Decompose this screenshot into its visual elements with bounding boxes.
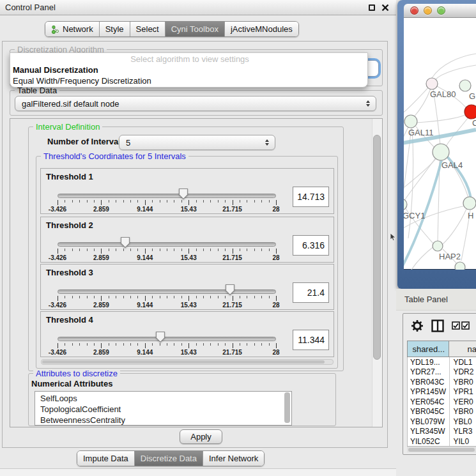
checkbox-icon[interactable] [461, 321, 470, 330]
tick-mark [109, 200, 109, 203]
network-canvas[interactable]: GAL80GCGAL11GAL4GCY1HHAP2 [404, 18, 476, 270]
network-node-h[interactable] [463, 197, 476, 210]
hscrollbar-thumb[interactable] [42, 360, 325, 364]
tab-infer-network[interactable]: Infer Network [203, 451, 264, 466]
attribute-item[interactable]: SelfLoops [40, 393, 291, 404]
threshold-value-field[interactable]: 21.4 [293, 282, 329, 303]
network-node-gal4[interactable] [433, 144, 449, 160]
close-icon[interactable] [381, 4, 389, 12]
table-panel-title: Table Panel [404, 295, 448, 304]
tick-mark [210, 249, 211, 251]
network-node-gcy1[interactable] [404, 199, 407, 210]
tick-mark [276, 200, 277, 205]
table-row[interactable]: YPR145WYPR1 [408, 387, 476, 397]
thresholds-hscrollbar[interactable] [41, 359, 334, 365]
traffic-lights [410, 6, 445, 15]
tick-mark [145, 343, 146, 348]
table-data-combobox[interactable]: galFiltered.sif default node [15, 96, 376, 111]
slider-track[interactable] [58, 337, 276, 341]
table-row[interactable]: YBL079WYBL0 [408, 417, 476, 427]
network-node-gal80[interactable] [426, 78, 438, 89]
tab-label: Select [136, 24, 159, 34]
tick-mark [269, 200, 270, 203]
tick-label: 15.43 [181, 254, 197, 261]
tick-mark [87, 249, 88, 251]
tick-mark [233, 200, 233, 205]
threshold-value-field[interactable]: 11.344 [293, 330, 329, 350]
column-header-name[interactable]: na [449, 341, 476, 357]
tab-discretize-data[interactable]: Discretize Data [135, 451, 203, 466]
table-hscrollbar[interactable] [407, 446, 476, 452]
network-graph-icon [51, 25, 59, 34]
tick-mark [72, 343, 73, 346]
tick-mark [101, 296, 102, 301]
tick-mark [261, 200, 262, 203]
gear-icon[interactable] [411, 319, 424, 332]
tick-mark [145, 200, 146, 205]
column-header-shared-name[interactable]: shared... [407, 341, 449, 357]
zoom-light-icon[interactable] [437, 6, 445, 15]
tab-network[interactable]: Network [45, 22, 100, 36]
slider-track[interactable] [58, 194, 276, 198]
table-row[interactable]: YDL19...YDL1 [408, 357, 476, 367]
threshold-value-field[interactable]: 6.316 [293, 235, 329, 256]
attribute-item[interactable]: BetweennessCentrality [40, 415, 291, 426]
tab-label: Style [105, 24, 124, 34]
table-row[interactable]: YDR27...YDR2 [408, 367, 476, 378]
tab-style[interactable]: Style [100, 22, 130, 36]
minimize-light-icon[interactable] [424, 6, 432, 15]
tick-mark [276, 249, 277, 254]
tick-mark [109, 343, 109, 346]
threshold-value-field[interactable]: 14.713 [293, 187, 329, 207]
network-edge [404, 159, 436, 189]
tick-mark [225, 343, 226, 346]
table-row[interactable]: YIL052CYIL0 [408, 436, 476, 446]
tab-select[interactable]: Select [130, 22, 165, 36]
threshold-label: Threshold 3 [46, 268, 93, 277]
tab-jactivemnodules[interactable]: jActiveMNodules [225, 22, 298, 36]
slider-thumb[interactable] [178, 188, 188, 203]
table-body: YDL19...YDL1YDR27...YDR2YBR043CYBR0YPR14… [407, 357, 476, 446]
attribute-item[interactable]: TopologicalCoefficient [40, 404, 291, 415]
float-icon[interactable] [369, 4, 375, 11]
dropdown-placeholder: Select algorithm to view settings [12, 54, 367, 65]
network-node-g[interactable] [459, 80, 471, 91]
slider-thumb[interactable] [120, 236, 130, 251]
control-panel-titlebar[interactable]: Control Panel [0, 0, 396, 15]
close-light-icon[interactable] [410, 6, 418, 15]
network-node-hap2[interactable] [433, 241, 443, 251]
columns-icon[interactable] [431, 319, 444, 332]
tab-impute-data[interactable]: Impute Data [77, 451, 135, 466]
tab-cyni-toolbox[interactable]: Cyni Toolbox [165, 22, 225, 36]
network-node-c[interactable] [464, 105, 476, 119]
tick-label: 28 [272, 302, 279, 309]
tick-mark [210, 200, 211, 203]
table-hscrollbar-thumb[interactable] [408, 448, 475, 452]
slider-track[interactable] [58, 289, 276, 294]
apply-button[interactable]: Apply [180, 429, 222, 444]
slider-thumb[interactable] [225, 284, 235, 298]
attributes-scrollbar-thumb[interactable] [284, 392, 290, 423]
table-row[interactable]: YBR043CYBR0 [408, 377, 476, 387]
table-row[interactable]: YER054CYER0 [408, 397, 476, 407]
tick-mark [94, 200, 95, 203]
network-edge [404, 128, 411, 200]
table-row[interactable]: YLR345WYLR3 [408, 427, 476, 437]
network-window-titlebar[interactable] [404, 4, 476, 18]
number-of-intervals-combobox[interactable]: 5 [119, 135, 275, 150]
threshold-panel: Threshold 1-3.4262.8599.14415.4321.71528… [40, 168, 334, 214]
tick-label: 28 [272, 254, 279, 261]
network-node-gal11[interactable] [404, 115, 417, 128]
tick-mark [137, 249, 138, 251]
table-row[interactable]: YBR045CYBR0 [408, 407, 476, 417]
algorithm-option[interactable]: Equal Width/Frequency Discretization [12, 75, 367, 86]
tick-mark [130, 249, 131, 251]
slider-track[interactable] [58, 242, 276, 247]
tick-mark [188, 343, 189, 348]
algorithm-option[interactable]: Manual Discretization [12, 65, 367, 75]
slider-thumb[interactable] [155, 331, 165, 346]
checkbox-icon[interactable] [452, 321, 460, 330]
network-node[interactable] [455, 262, 465, 270]
scrollbar-thumb[interactable] [373, 135, 381, 360]
tick-mark [65, 296, 65, 298]
